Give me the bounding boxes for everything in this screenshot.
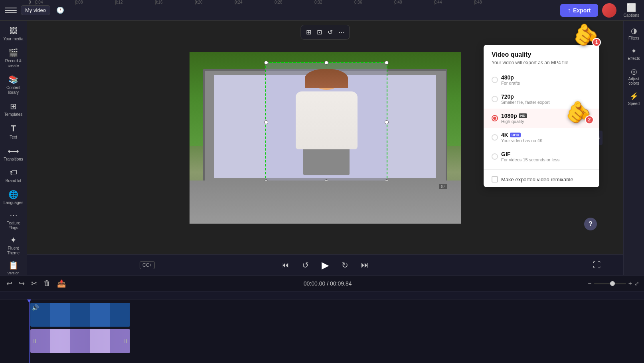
person-frame-2 (50, 329, 70, 353)
selected-person-overlay[interactable] (265, 62, 387, 182)
history-icon[interactable]: 🕐 (54, 4, 66, 16)
sidebar-label-content-library: Content library (3, 85, 24, 95)
export-button[interactable]: Export (560, 4, 598, 17)
clip-frame-3 (70, 303, 90, 327)
sidebar-label-languages: Languages (4, 200, 24, 205)
clip-frame-4 (90, 303, 110, 327)
quality-radio-1080p[interactable] (492, 115, 498, 121)
languages-icon: 🌐 (8, 190, 18, 199)
playback-bar: CC+ ⏮ ↺ ▶ ↻ ⏭ ⛶ (27, 254, 623, 275)
timeline-zoom-controls: − + ⤢ (588, 280, 639, 287)
captions-button[interactable]: ⬜ Captions (624, 3, 639, 18)
sidebar-item-version[interactable]: 📋 Version8482a53 (2, 258, 26, 275)
person-clip[interactable]: ⏸ ⏸ (30, 329, 130, 353)
zoom-slider[interactable] (594, 283, 626, 284)
quality-option-text-720p: 720p Smaller file, faster export (501, 93, 550, 105)
handle-top-center[interactable] (324, 61, 328, 65)
video-track-content[interactable]: 🔊 (30, 303, 641, 327)
timeline-toolbar: ↩ ↪ ✂ 🗑 📤 00:00.00 / 00:09.84 − + ⤢ (0, 276, 644, 292)
quality-panel-subtitle: Your video will export as an MP4 file (492, 60, 591, 65)
sidebar-label-version: Version8482a53 (6, 271, 20, 275)
video-clip[interactable]: 🔊 (30, 303, 130, 327)
main-area: 🖼 Your media 🎬 Record & create 📚 Content… (0, 21, 644, 275)
sidebar-item-transitions[interactable]: ⟷ Transitions (2, 144, 26, 164)
quality-radio-480p[interactable] (492, 77, 498, 83)
quality-radio-4k[interactable] (492, 134, 498, 141)
captions-label: Captions (624, 13, 639, 18)
quality-option-720p[interactable]: 720p Smaller file, faster export (484, 89, 599, 109)
cut-button[interactable]: ✂ (30, 278, 39, 290)
add-to-timeline-button[interactable]: 📤 (55, 278, 67, 290)
sidebar-item-templates[interactable]: ⊞ Templates (2, 99, 26, 119)
video-clip-frames (30, 303, 130, 327)
person-track: ⏸ ⏸ (0, 329, 644, 353)
quality-option-text-4k: 4K UHD Your video has no 4K (501, 132, 543, 143)
sidebar-item-your-media[interactable]: 🖼 Your media (2, 24, 26, 44)
sidebar-item-text[interactable]: T Text (2, 121, 26, 142)
quality-option-label-4k: 4K UHD (501, 132, 543, 138)
video-track: 🔊 (0, 303, 644, 327)
content-library-icon: 📚 (8, 75, 18, 84)
remixable-checkbox[interactable] (492, 176, 498, 182)
rewind-button[interactable]: ↺ (299, 259, 312, 272)
undo-button[interactable]: ↩ (5, 278, 14, 290)
quality-radio-gif[interactable] (492, 153, 498, 160)
zoom-slider-thumb[interactable] (610, 281, 615, 286)
video-toolbar-rotate[interactable]: ↺ (326, 27, 334, 38)
sidebar-right-item-adjust-colors[interactable]: ◎ Adjust colors (624, 65, 644, 88)
sidebar-item-feature-flags[interactable]: ⋯ Feature Flags (2, 208, 26, 233)
fast-forward-button[interactable]: ↻ (338, 259, 352, 272)
video-toolbar-fit[interactable]: ⊡ (315, 27, 324, 38)
quality-option-text-gif: GIF For videos 15 seconds or less (501, 151, 559, 162)
person-track-content[interactable]: ⏸ ⏸ (30, 329, 641, 353)
handle-mid-left[interactable] (264, 120, 268, 124)
handle-mid-right[interactable] (385, 120, 389, 124)
user-avatar[interactable] (602, 3, 616, 18)
quality-option-label-720p: 720p (501, 93, 550, 100)
sidebar-item-languages[interactable]: 🌐 Languages (2, 187, 26, 208)
sidebar-item-record-create[interactable]: 🎬 Record & create (2, 46, 26, 71)
quality-option-gif[interactable]: GIF For videos 15 seconds or less (484, 147, 599, 166)
feature-flags-icon: ⋯ (10, 210, 18, 220)
sidebar-right-item-filters[interactable]: ◑ Filters (624, 24, 644, 43)
quality-option-480p[interactable]: 480p For drafts (484, 70, 599, 89)
quality-radio-720p[interactable] (492, 96, 498, 102)
video-title[interactable]: My video (21, 5, 50, 15)
quality-option-4k[interactable]: 4K UHD Your video has no 4K (484, 128, 599, 147)
quality-option-text-1080p: 1080p HD High quality (501, 113, 527, 124)
quality-options-list: 480p For drafts 720p Smaller file, faste… (484, 69, 599, 168)
zoom-in-button[interactable]: + (628, 280, 632, 287)
effects-icon: ✦ (631, 47, 637, 56)
skip-to-end-button[interactable]: ⏭ (358, 259, 372, 271)
redo-button[interactable]: ↪ (17, 278, 26, 290)
quality-option-sub-480p: For drafts (501, 81, 520, 85)
hamburger-menu[interactable] (5, 4, 17, 16)
sidebar-item-content-library[interactable]: 📚 Content library (2, 72, 26, 97)
quality-option-label-gif: GIF (501, 151, 559, 157)
skip-to-start-button[interactable]: ⏮ (278, 259, 292, 271)
help-button[interactable]: ? (584, 218, 597, 230)
playhead (29, 300, 30, 363)
delete-button[interactable]: 🗑 (42, 278, 52, 289)
play-pause-button[interactable]: ▶ (318, 258, 332, 272)
cc-button[interactable]: CC+ (140, 261, 155, 269)
clip-frame-2 (50, 303, 70, 327)
canvas-video-container: 8.4 (190, 52, 461, 224)
sidebar-item-brand-kit[interactable]: 🏷 Brand kit (2, 166, 26, 186)
handle-top-left[interactable] (264, 61, 268, 65)
fullscreen-button[interactable]: ⛶ (590, 259, 604, 271)
cursor-1-container: 🫵 1 (573, 22, 599, 47)
quality-option-1080p[interactable]: 1080p HD High quality (484, 109, 599, 128)
sidebar-item-fluent-theme[interactable]: ✦ Fluent Theme (2, 233, 26, 258)
brand-kit-icon: 🏷 (10, 168, 18, 177)
sidebar-right-item-speed[interactable]: ⚡ Speed (624, 89, 644, 108)
sidebar-label-templates: Templates (4, 112, 23, 117)
background-scene: 8.4 (190, 52, 461, 224)
quality-panel-footer: Make exported video remixable (484, 171, 599, 187)
video-toolbar-more[interactable]: ⋯ (337, 27, 346, 38)
fit-to-window-button[interactable]: ⤢ (634, 280, 639, 287)
video-toolbar-crop[interactable]: ⊞ (304, 27, 313, 38)
sidebar-right-item-effects[interactable]: ✦ Effects (624, 44, 644, 63)
clip-frame-5 (110, 303, 130, 327)
zoom-out-button[interactable]: − (588, 280, 591, 287)
